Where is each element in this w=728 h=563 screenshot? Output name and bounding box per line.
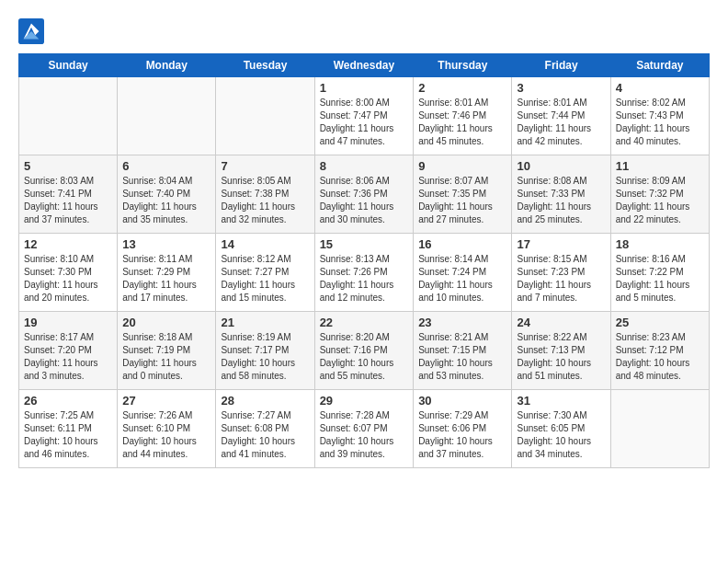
day-cell-21: 21Sunrise: 8:19 AM Sunset: 7:17 PM Dayli… <box>216 312 314 390</box>
day-info: Sunrise: 8:09 AM Sunset: 7:32 PM Dayligh… <box>616 175 704 226</box>
day-cell-12: 12Sunrise: 8:10 AM Sunset: 7:30 PM Dayli… <box>19 234 118 312</box>
week-row-5: 26Sunrise: 7:25 AM Sunset: 6:11 PM Dayli… <box>19 390 710 468</box>
logo-icon <box>18 18 44 44</box>
day-number: 21 <box>221 316 309 329</box>
day-cell-5: 5Sunrise: 8:03 AM Sunset: 7:41 PM Daylig… <box>19 155 118 234</box>
day-cell-3: 3Sunrise: 8:01 AM Sunset: 7:44 PM Daylig… <box>512 77 610 155</box>
day-cell-6: 6Sunrise: 8:04 AM Sunset: 7:40 PM Daylig… <box>118 155 216 234</box>
day-info: Sunrise: 8:07 AM Sunset: 7:35 PM Dayligh… <box>418 175 506 226</box>
day-info: Sunrise: 8:04 AM Sunset: 7:40 PM Dayligh… <box>122 175 210 226</box>
day-number: 28 <box>221 394 309 408</box>
day-cell-20: 20Sunrise: 8:18 AM Sunset: 7:19 PM Dayli… <box>118 312 216 390</box>
week-row-4: 19Sunrise: 8:17 AM Sunset: 7:20 PM Dayli… <box>19 312 710 390</box>
day-info: Sunrise: 8:00 AM Sunset: 7:47 PM Dayligh… <box>320 97 409 148</box>
day-cell-11: 11Sunrise: 8:09 AM Sunset: 7:32 PM Dayli… <box>610 155 709 234</box>
day-cell-16: 16Sunrise: 8:14 AM Sunset: 7:24 PM Dayli… <box>414 234 512 312</box>
day-cell-24: 24Sunrise: 8:22 AM Sunset: 7:13 PM Dayli… <box>512 312 610 390</box>
day-number: 29 <box>320 394 409 408</box>
day-info: Sunrise: 8:03 AM Sunset: 7:41 PM Dayligh… <box>24 175 112 226</box>
day-header-monday: Monday <box>118 54 216 77</box>
day-number: 3 <box>517 81 605 95</box>
day-number: 30 <box>418 394 506 408</box>
day-info: Sunrise: 8:05 AM Sunset: 7:38 PM Dayligh… <box>221 175 309 226</box>
day-cell-19: 19Sunrise: 8:17 AM Sunset: 7:20 PM Dayli… <box>19 312 118 390</box>
day-info: Sunrise: 7:29 AM Sunset: 6:06 PM Dayligh… <box>418 409 506 461</box>
week-row-3: 12Sunrise: 8:10 AM Sunset: 7:30 PM Dayli… <box>19 234 710 312</box>
day-number: 13 <box>122 237 210 251</box>
day-info: Sunrise: 7:25 AM Sunset: 6:11 PM Dayligh… <box>24 409 112 461</box>
day-number: 12 <box>24 237 112 251</box>
day-cell-25: 25Sunrise: 8:23 AM Sunset: 7:12 PM Dayli… <box>610 312 709 390</box>
day-info: Sunrise: 8:20 AM Sunset: 7:16 PM Dayligh… <box>320 331 409 383</box>
week-row-2: 5Sunrise: 8:03 AM Sunset: 7:41 PM Daylig… <box>19 155 710 234</box>
day-cell-30: 30Sunrise: 7:29 AM Sunset: 6:06 PM Dayli… <box>414 390 512 468</box>
day-info: Sunrise: 7:30 AM Sunset: 6:05 PM Dayligh… <box>517 409 605 461</box>
day-number: 27 <box>122 394 210 408</box>
day-number: 7 <box>221 159 309 173</box>
day-number: 8 <box>320 159 409 173</box>
day-cell-26: 26Sunrise: 7:25 AM Sunset: 6:11 PM Dayli… <box>19 390 118 468</box>
day-info: Sunrise: 8:01 AM Sunset: 7:46 PM Dayligh… <box>418 97 506 148</box>
day-header-saturday: Saturday <box>610 54 709 77</box>
day-cell-7: 7Sunrise: 8:05 AM Sunset: 7:38 PM Daylig… <box>216 155 314 234</box>
day-info: Sunrise: 8:19 AM Sunset: 7:17 PM Dayligh… <box>221 331 309 383</box>
day-number: 15 <box>320 237 409 251</box>
day-number: 23 <box>418 316 506 329</box>
day-header-thursday: Thursday <box>414 54 512 77</box>
empty-cell <box>610 390 709 468</box>
day-info: Sunrise: 8:02 AM Sunset: 7:43 PM Dayligh… <box>616 97 704 148</box>
day-info: Sunrise: 8:06 AM Sunset: 7:36 PM Dayligh… <box>320 175 409 226</box>
day-info: Sunrise: 7:27 AM Sunset: 6:08 PM Dayligh… <box>221 409 309 461</box>
day-info: Sunrise: 8:17 AM Sunset: 7:20 PM Dayligh… <box>24 331 112 383</box>
empty-cell <box>19 77 118 155</box>
day-cell-18: 18Sunrise: 8:16 AM Sunset: 7:22 PM Dayli… <box>610 234 709 312</box>
day-number: 5 <box>24 159 112 173</box>
day-cell-14: 14Sunrise: 8:12 AM Sunset: 7:27 PM Dayli… <box>216 234 314 312</box>
day-info: Sunrise: 8:15 AM Sunset: 7:23 PM Dayligh… <box>517 253 605 304</box>
day-number: 31 <box>517 394 605 408</box>
day-number: 2 <box>418 81 506 95</box>
day-info: Sunrise: 8:18 AM Sunset: 7:19 PM Dayligh… <box>122 331 210 383</box>
day-number: 20 <box>122 316 210 329</box>
day-cell-22: 22Sunrise: 8:20 AM Sunset: 7:16 PM Dayli… <box>314 312 414 390</box>
day-number: 19 <box>24 316 112 329</box>
day-cell-13: 13Sunrise: 8:11 AM Sunset: 7:29 PM Dayli… <box>118 234 216 312</box>
day-cell-4: 4Sunrise: 8:02 AM Sunset: 7:43 PM Daylig… <box>610 77 709 155</box>
day-number: 11 <box>616 159 704 173</box>
day-header-tuesday: Tuesday <box>216 54 314 77</box>
day-cell-31: 31Sunrise: 7:30 AM Sunset: 6:05 PM Dayli… <box>512 390 610 468</box>
day-header-wednesday: Wednesday <box>314 54 414 77</box>
day-number: 17 <box>517 237 605 251</box>
day-number: 6 <box>122 159 210 173</box>
day-number: 1 <box>320 81 409 95</box>
week-row-1: 1Sunrise: 8:00 AM Sunset: 7:47 PM Daylig… <box>19 77 710 155</box>
day-number: 10 <box>517 159 605 173</box>
day-cell-28: 28Sunrise: 7:27 AM Sunset: 6:08 PM Dayli… <box>216 390 314 468</box>
day-info: Sunrise: 8:21 AM Sunset: 7:15 PM Dayligh… <box>418 331 506 383</box>
day-info: Sunrise: 8:14 AM Sunset: 7:24 PM Dayligh… <box>418 253 506 304</box>
day-number: 25 <box>616 316 704 329</box>
day-cell-27: 27Sunrise: 7:26 AM Sunset: 6:10 PM Dayli… <box>118 390 216 468</box>
day-header-sunday: Sunday <box>19 54 118 77</box>
day-info: Sunrise: 8:16 AM Sunset: 7:22 PM Dayligh… <box>616 253 704 304</box>
day-number: 26 <box>24 394 112 408</box>
day-cell-2: 2Sunrise: 8:01 AM Sunset: 7:46 PM Daylig… <box>414 77 512 155</box>
day-cell-15: 15Sunrise: 8:13 AM Sunset: 7:26 PM Dayli… <box>314 234 414 312</box>
day-number: 9 <box>418 159 506 173</box>
day-info: Sunrise: 8:23 AM Sunset: 7:12 PM Dayligh… <box>616 331 704 383</box>
day-info: Sunrise: 7:28 AM Sunset: 6:07 PM Dayligh… <box>320 409 409 461</box>
day-info: Sunrise: 8:01 AM Sunset: 7:44 PM Dayligh… <box>517 97 605 148</box>
day-cell-23: 23Sunrise: 8:21 AM Sunset: 7:15 PM Dayli… <box>414 312 512 390</box>
day-info: Sunrise: 8:13 AM Sunset: 7:26 PM Dayligh… <box>320 253 409 304</box>
day-number: 18 <box>616 237 704 251</box>
day-number: 16 <box>418 237 506 251</box>
day-info: Sunrise: 8:11 AM Sunset: 7:29 PM Dayligh… <box>122 253 210 304</box>
day-cell-29: 29Sunrise: 7:28 AM Sunset: 6:07 PM Dayli… <box>314 390 414 468</box>
calendar-table: SundayMondayTuesdayWednesdayThursdayFrid… <box>18 53 710 468</box>
empty-cell <box>118 77 216 155</box>
day-number: 22 <box>320 316 409 329</box>
day-info: Sunrise: 8:12 AM Sunset: 7:27 PM Dayligh… <box>221 253 309 304</box>
day-header-row: SundayMondayTuesdayWednesdayThursdayFrid… <box>19 54 710 77</box>
day-cell-9: 9Sunrise: 8:07 AM Sunset: 7:35 PM Daylig… <box>414 155 512 234</box>
day-header-friday: Friday <box>512 54 610 77</box>
